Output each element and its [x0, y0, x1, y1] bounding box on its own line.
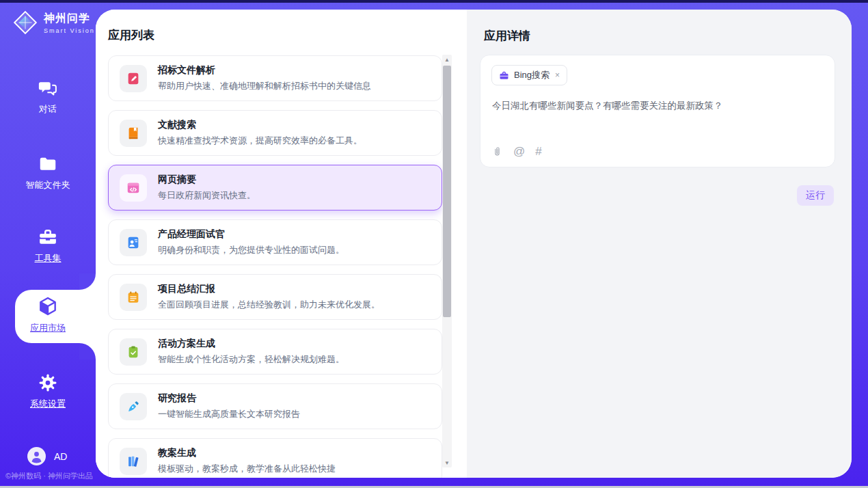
- books-icon: [120, 448, 147, 475]
- gem-logo-icon: [12, 10, 38, 36]
- app-desc: 一键智能生成高质量长文本研究报告: [158, 408, 300, 420]
- toolbox-icon: [38, 227, 58, 247]
- sidebar-item-toolset[interactable]: 工具集: [0, 227, 96, 265]
- app-card-pm-interviewer[interactable]: 产品经理面试官 明确身份和职责，为您提供专业性的面试问题。: [108, 219, 442, 265]
- sidebar-item-label: 应用市场: [30, 322, 66, 334]
- brand-title: 神州问学: [44, 12, 95, 26]
- clipboard-check-icon: [120, 338, 147, 366]
- sidebar-item-settings[interactable]: 系统设置: [0, 372, 96, 410]
- app-window: 神州问学 Smart Vision 对话 智能文件夹 工具集: [0, 0, 868, 488]
- app-desc: 快速精准查找学术资源，提高研究效率的必备工具。: [158, 135, 362, 147]
- sidebar-item-smart-folder[interactable]: 智能文件夹: [0, 154, 96, 191]
- app-name: 招标文件解析: [158, 64, 371, 77]
- book-icon: [120, 120, 147, 147]
- app-desc: 帮助用户快速、准确地理解和解析招标书中的关键信息: [158, 80, 371, 92]
- main-container: 应用列表 招标文件解析 帮助用户快速、准确地理解和解析招标书中的关键信息: [96, 10, 852, 478]
- brand-text: 神州问学 Smart Vision: [44, 12, 95, 34]
- app-card-project-summary[interactable]: 项目总结汇报 全面回顾项目进展，总结经验教训，助力未来优化发展。: [108, 274, 442, 320]
- cube-icon: [37, 295, 59, 317]
- app-desc: 每日政府新闻资讯快查。: [158, 189, 256, 202]
- app-name: 研究报告: [158, 392, 300, 405]
- gear-icon: [38, 372, 58, 393]
- scrollbar-thumb[interactable]: [443, 66, 451, 317]
- user-name: AD: [54, 451, 67, 462]
- browser-code-icon: [120, 174, 147, 202]
- sidebar-item-label: 智能文件夹: [26, 179, 70, 191]
- chat-icon: [38, 78, 58, 98]
- app-name: 产品经理面试官: [158, 228, 344, 241]
- brand-logo: 神州问学 Smart Vision: [12, 10, 95, 36]
- app-name: 活动方案生成: [158, 338, 344, 350]
- sidebar-item-label: 对话: [39, 103, 57, 116]
- close-icon[interactable]: ×: [554, 70, 560, 80]
- tool-tag-bing-search[interactable]: Bing搜索 ×: [491, 65, 567, 85]
- doc-edit-icon: [120, 65, 147, 92]
- avatar: [27, 447, 46, 465]
- folder-icon: [38, 154, 58, 174]
- app-desc: 全面回顾项目进展，总结经验教训，助力未来优化发展。: [158, 299, 380, 311]
- bump-fillet-top: [79, 273, 96, 290]
- list-scrollbar[interactable]: ▲ ▼: [442, 55, 452, 467]
- app-card-bid-doc-parse[interactable]: 招标文件解析 帮助用户快速、准确地理解和解析招标书中的关键信息: [108, 55, 442, 101]
- app-card-literature-search[interactable]: 文献搜索 快速精准查找学术资源，提高研究效率的必备工具。: [108, 110, 442, 156]
- sidebar-item-app-market[interactable]: 应用市场: [0, 295, 96, 334]
- mention-icon[interactable]: @: [513, 146, 525, 157]
- app-name: 教案生成: [158, 447, 336, 459]
- brand-subtitle: Smart Vision: [44, 27, 95, 34]
- prompt-text[interactable]: 今日湖北有哪些新闻要点？有哪些需要关注的最新政策？: [492, 99, 824, 113]
- copyright-text: ©神州数码 · 神州问学出品: [5, 471, 93, 481]
- app-card-research-report[interactable]: 研究报告 一键智能生成高质量长文本研究报告: [108, 383, 442, 429]
- app-detail-pane: 应用详情 Bing搜索 × 今日湖北有哪些新闻要点？有哪些需要关注的最新政策？: [467, 10, 852, 478]
- sidebar-item-label: 工具集: [35, 252, 62, 265]
- app-desc: 模板驱动，教案秒成，教学准备从此轻松快捷: [158, 463, 336, 475]
- app-name: 文献搜索: [158, 119, 362, 131]
- bump-fillet-bottom: [79, 343, 96, 360]
- app-card-lesson-plan[interactable]: 教案生成 模板驱动，教案秒成，教学准备从此轻松快捷: [108, 438, 442, 478]
- hash-icon[interactable]: #: [535, 146, 541, 157]
- app-list: 招标文件解析 帮助用户快速、准确地理解和解析招标书中的关键信息 文献搜索: [108, 55, 442, 478]
- app-card-event-plan[interactable]: 活动方案生成 智能生成个性化活动方案，轻松解决规划难题。: [108, 329, 442, 375]
- sidebar: 神州问学 Smart Vision 对话 智能文件夹 工具集: [0, 3, 96, 486]
- app-name: 项目总结汇报: [158, 283, 380, 295]
- app-desc: 智能生成个性化活动方案，轻松解决规划难题。: [158, 353, 344, 366]
- window-top-edge: [0, 0, 868, 3]
- app-card-web-summary[interactable]: 网页摘要 每日政府新闻资讯快查。: [108, 165, 442, 211]
- run-button[interactable]: 运行: [797, 185, 834, 206]
- sidebar-item-label: 系统设置: [30, 398, 66, 410]
- scrollbar-down-arrow[interactable]: ▼: [442, 458, 452, 467]
- app-list-pane: 应用列表 招标文件解析 帮助用户快速、准确地理解和解析招标书中的关键信息: [96, 10, 467, 478]
- paperclip-icon[interactable]: [491, 146, 503, 157]
- prompt-card: Bing搜索 × 今日湖北有哪些新闻要点？有哪些需要关注的最新政策？ @ #: [480, 55, 835, 167]
- ink-pen-icon: [120, 393, 147, 420]
- sidebar-item-chat[interactable]: 对话: [0, 78, 96, 116]
- tool-tag-label: Bing搜索: [514, 69, 550, 81]
- briefcase-icon: [499, 70, 509, 81]
- report-note-icon: [120, 284, 147, 311]
- app-name: 网页摘要: [158, 174, 256, 186]
- scrollbar-up-arrow[interactable]: ▲: [442, 55, 452, 64]
- user-account[interactable]: AD: [27, 447, 67, 465]
- app-list-title: 应用列表: [108, 27, 154, 43]
- prompt-toolbar: @ #: [491, 146, 542, 157]
- app-desc: 明确身份和职责，为您提供专业性的面试问题。: [158, 244, 344, 256]
- app-detail-title: 应用详情: [484, 28, 530, 44]
- interviewer-icon: [120, 229, 147, 256]
